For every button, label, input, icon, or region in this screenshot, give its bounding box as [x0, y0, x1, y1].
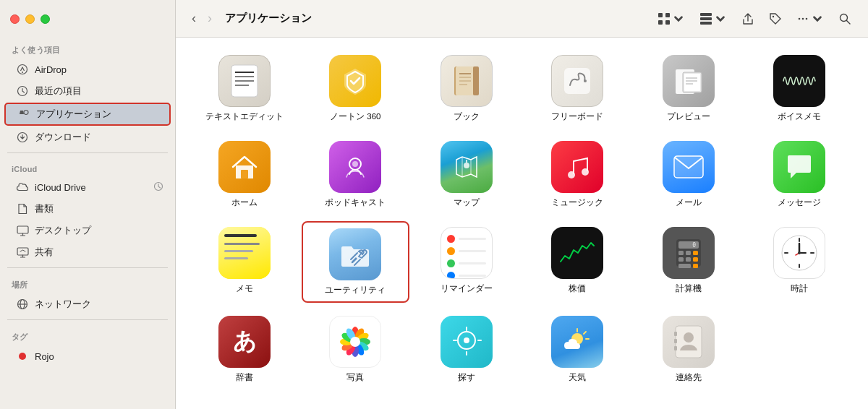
app-contacts[interactable]: 連絡先 — [634, 310, 743, 389]
toolbar-actions — [652, 9, 856, 28]
rem-dot-4 — [447, 272, 455, 279]
app-reminders[interactable]: リマインダー — [412, 221, 521, 303]
minimize-button[interactable] — [25, 14, 35, 24]
icon-view-button[interactable] — [652, 9, 690, 28]
sidebar-item-recents-label: 最近の項目 — [35, 85, 82, 98]
svg-point-36 — [584, 79, 587, 82]
app-preview[interactable]: プレビュー — [634, 49, 743, 128]
app-utilities[interactable]: ユーティリティ — [302, 221, 410, 303]
sidebar-item-downloads[interactable]: ダウンロード — [4, 127, 171, 147]
svg-point-21 — [806, 17, 808, 20]
app-calculator[interactable]: 0 計算機 — [634, 221, 743, 303]
app-freeform[interactable]: フリーボード — [524, 49, 632, 128]
sidebar-item-network[interactable]: ネットワーク — [4, 294, 171, 314]
sidebar-item-airdrop[interactable]: AirDrop — [4, 59, 171, 79]
maps-icon — [441, 141, 493, 193]
stocks-icon — [551, 227, 603, 279]
svg-point-20 — [802, 17, 804, 20]
sidebar-item-icloud-drive[interactable]: iCloud Drive — [4, 177, 171, 197]
svg-text:あ: あ — [232, 328, 256, 354]
svg-rect-54 — [686, 257, 691, 262]
findmy-icon — [441, 316, 493, 368]
app-weather[interactable]: 天気 — [524, 310, 632, 389]
network-icon — [16, 298, 29, 311]
toolbar: ‹ › アプリケーション — [176, 0, 868, 38]
svg-rect-51 — [686, 251, 691, 255]
stocks-label: 株価 — [569, 283, 586, 294]
app-music[interactable]: ミュージック — [524, 135, 632, 214]
svg-rect-6 — [17, 226, 28, 233]
section-icloud-label: iCloud — [0, 158, 175, 176]
desktop-icon — [16, 224, 29, 237]
svg-point-45 — [582, 168, 589, 176]
app-mail[interactable]: メール — [634, 135, 743, 214]
rem-line-3 — [459, 262, 486, 264]
app-home[interactable]: ホーム — [190, 135, 299, 214]
mail-label: メール — [676, 197, 702, 208]
rem-line-2 — [459, 250, 486, 252]
airdrop-icon — [16, 63, 29, 76]
app-messages[interactable]: メッセージ — [746, 135, 854, 214]
svg-rect-34 — [473, 66, 479, 95]
divider-3 — [7, 319, 168, 320]
sidebar-item-downloads-label: ダウンロード — [35, 131, 91, 144]
music-label: ミュージック — [551, 197, 603, 208]
sidebar-item-desktop[interactable]: デスクトップ — [4, 220, 171, 241]
icloud-sync-icon — [153, 181, 163, 194]
textedit-label: テキストエディット — [205, 111, 284, 122]
search-button[interactable] — [833, 9, 856, 28]
sidebar-item-applications[interactable]: アプリケーション — [4, 103, 171, 126]
sidebar-item-recents[interactable]: 最近の項目 — [4, 81, 171, 101]
findmy-label: 探す — [458, 372, 475, 383]
tag-button[interactable] — [764, 9, 787, 28]
app-norton[interactable]: ノートン 360 — [302, 49, 410, 128]
close-button[interactable] — [10, 14, 20, 24]
svg-rect-40 — [241, 170, 248, 178]
maximize-button[interactable] — [41, 14, 50, 24]
podcasts-icon — [329, 141, 381, 193]
svg-rect-17 — [700, 22, 712, 25]
app-photos[interactable]: 写真 — [302, 310, 410, 389]
section-favorites-label: よく使う項目 — [0, 38, 175, 59]
sidebar-item-network-label: ネットワーク — [35, 298, 91, 311]
recents-icon — [16, 85, 29, 98]
svg-rect-11 — [658, 13, 663, 17]
app-jisho[interactable]: あ 辞書 — [190, 310, 299, 389]
reminder-row-3 — [447, 259, 486, 267]
app-clock[interactable]: 時計 — [746, 221, 854, 303]
svg-rect-53 — [678, 257, 684, 262]
rem-dot-2 — [447, 247, 455, 255]
calculator-label: 計算機 — [676, 283, 702, 294]
rem-line-4 — [459, 275, 486, 277]
app-books[interactable]: ブック — [412, 49, 521, 128]
rem-line-1 — [459, 238, 486, 240]
svg-point-67 — [798, 251, 801, 254]
app-podcasts[interactable]: ポッドキャスト — [302, 135, 410, 214]
app-stocks[interactable]: 株価 — [524, 221, 632, 303]
back-button[interactable]: ‹ — [187, 8, 200, 29]
svg-rect-46 — [674, 156, 703, 178]
list-view-button[interactable] — [694, 9, 732, 28]
app-findmy[interactable]: 探す — [412, 310, 521, 389]
app-voicememo[interactable]: ボイスメモ — [746, 49, 854, 128]
titlebar — [0, 0, 175, 38]
messages-icon — [773, 141, 825, 193]
jisho-label: 辞書 — [236, 372, 253, 383]
sidebar-item-airdrop-label: AirDrop — [35, 64, 67, 75]
svg-point-96 — [684, 332, 694, 343]
reminders-icon-inner — [441, 228, 492, 278]
sidebar-item-documents[interactable]: 書類 — [4, 199, 171, 219]
sidebar-item-tag-red[interactable]: Rojo — [4, 346, 171, 366]
app-notes[interactable]: メモ — [190, 221, 299, 303]
books-icon — [441, 55, 493, 107]
textedit-icon — [218, 55, 271, 107]
svg-rect-14 — [665, 20, 670, 25]
svg-point-43 — [464, 163, 469, 168]
share-button[interactable] — [736, 9, 760, 28]
forward-button[interactable]: › — [203, 8, 216, 29]
more-button[interactable] — [791, 9, 829, 28]
app-textedit[interactable]: テキストエディット — [190, 49, 299, 128]
sidebar-item-shared[interactable]: 共有 — [4, 242, 171, 262]
app-maps[interactable]: マップ — [412, 135, 521, 214]
app-grid: テキストエディット ノートン 360 — [190, 49, 854, 389]
